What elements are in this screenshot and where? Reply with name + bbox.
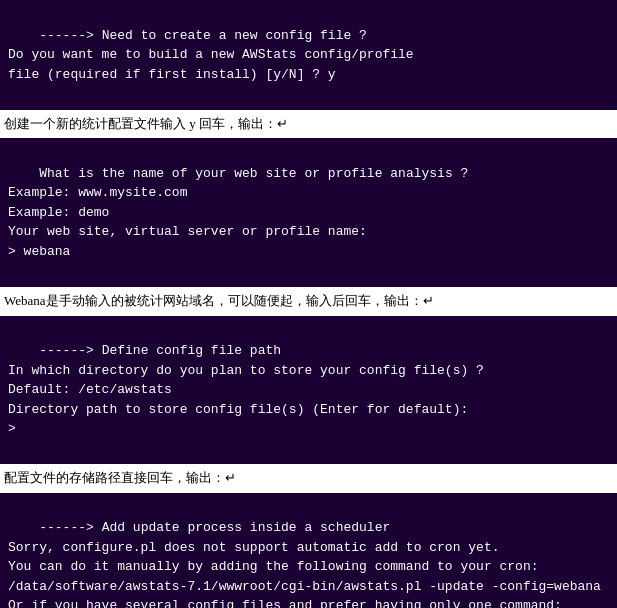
page-container: ------> Need to create a new config file…: [0, 0, 617, 608]
terminal-block-1: ------> Need to create a new config file…: [0, 0, 617, 110]
terminal-block-3: ------> Define config file path In which…: [0, 316, 617, 465]
text-section-2: Webana是手动输入的被统计网站域名，可以随便起，输入后回车，输出：↵: [0, 287, 617, 316]
text-section-3: 配置文件的存储路径直接回车，输出：↵: [0, 464, 617, 493]
text-section-1: 创建一个新的统计配置文件输入 y 回车，输出：↵: [0, 110, 617, 139]
terminal-block-4: ------> Add update process inside a sche…: [0, 493, 617, 608]
terminal-line: ------> Need to create a new config file…: [8, 28, 414, 82]
text-content-1: 创建一个新的统计配置文件输入 y 回车，输出：↵: [4, 116, 288, 131]
text-content-3: 配置文件的存储路径直接回车，输出：↵: [4, 470, 236, 485]
terminal-line: What is the name of your web site or pro…: [8, 166, 468, 259]
text-content-2: Webana是手动输入的被统计网站域名，可以随便起，输入后回车，输出：↵: [4, 293, 434, 308]
terminal-line: ------> Add update process inside a sche…: [8, 520, 601, 608]
terminal-block-2: What is the name of your web site or pro…: [0, 138, 617, 287]
terminal-line: ------> Define config file path In which…: [8, 343, 484, 436]
